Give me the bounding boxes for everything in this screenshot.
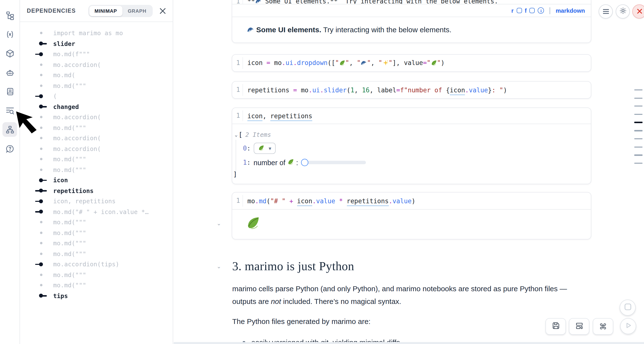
minimap-cell-row[interactable]: repetitions [20, 186, 173, 196]
minimap-cell-row[interactable]: mo.md(""" [20, 217, 173, 228]
minimap-cell-row[interactable]: slider [20, 38, 173, 49]
minimap-cell-row[interactable]: mo.md(f""" [20, 49, 173, 59]
tab-minimap[interactable]: MINIMAP [89, 6, 122, 16]
tab-graph[interactable]: GRAPH [122, 6, 152, 16]
cell-rail-dash[interactable] [634, 163, 642, 164]
cell-rail-dash[interactable] [634, 155, 642, 156]
slider-thumb[interactable] [301, 158, 308, 166]
sidebar-button-ai-assistant[interactable] [2, 65, 17, 80]
run-button[interactable] [620, 318, 636, 334]
sidebar-button-packages[interactable] [2, 46, 17, 61]
floppy-icon [552, 321, 560, 331]
notebook-menu-button[interactable] [599, 5, 613, 19]
layout-grid-icon [575, 321, 583, 331]
activity-sidebar [0, 0, 20, 344]
r-string-checkbox[interactable] [516, 8, 522, 13]
cell-rail-dash[interactable] [634, 146, 642, 147]
slider-track[interactable] [304, 161, 366, 164]
marimo-app: DEPENDENCIES MINIMAPGRAPH import marimo … [0, 0, 644, 344]
items-count-label: 2 Items [246, 131, 271, 138]
minimap-cell-row[interactable]: mo.md(""" [20, 269, 173, 280]
f-string-checkbox[interactable] [530, 8, 535, 13]
code-cell-md-expression[interactable]: 1 mo.md("# " + icon.value * repetitions.… [232, 192, 591, 239]
cell-dot-icon [35, 64, 47, 66]
sidebar-button-variables[interactable] [2, 27, 17, 42]
code-line[interactable]: mo.md("# " + icon.value * repetitions.va… [243, 197, 416, 205]
sidebar-button-logs[interactable] [2, 84, 17, 99]
minimap-cell-row[interactable]: icon, repetitions [20, 196, 173, 207]
sidebar-button-dependencies[interactable] [2, 122, 17, 137]
minimap-cell-row[interactable]: tips [20, 290, 173, 301]
snippets-search-icon [5, 106, 14, 115]
keyboard-shortcuts-button[interactable]: ⌘ [593, 318, 613, 335]
chevron-down-icon: ▼ [268, 146, 271, 151]
code-line[interactable]: icon, repetitions [243, 112, 312, 119]
minimap-cell-row[interactable]: mo.accordion(tips) [20, 259, 173, 269]
code-cell-slider-def[interactable]: 1 repetitions = mo.ui.slider(1, 16, labe… [232, 81, 591, 99]
code-line[interactable]: icon = mo.ui.dropdown([" ", " ", " "], v… [243, 59, 445, 67]
cell-rail-dash[interactable] [634, 114, 642, 115]
language-markdown-label[interactable]: markdown [556, 7, 585, 14]
collapse-chevron-icon[interactable]: ⌄ [216, 220, 221, 227]
cell-dot-icon [35, 74, 47, 76]
sidebar-button-snippets-search[interactable] [2, 103, 17, 118]
minimap-cell-row[interactable]: mo.md(""" [20, 248, 173, 259]
close-x-icon [636, 7, 642, 16]
code-cell-dropdown-def[interactable]: 1 icon = mo.ui.dropdown([" ", " ", " "],… [232, 54, 591, 72]
minimap-cell-row[interactable]: mo.md(""" [20, 154, 173, 164]
dependencies-panel-header: DEPENDENCIES MINIMAPGRAPH [20, 0, 173, 22]
cell-link-marker-icon [35, 199, 47, 203]
minimap-cell-label: icon, repetitions [53, 198, 116, 205]
sidebar-button-help[interactable] [2, 141, 17, 156]
minimap-cell-row[interactable]: mo.md("# " + icon.value *… [20, 207, 173, 217]
slider-widget[interactable] [301, 158, 366, 166]
minimap-cell-row[interactable]: mo.md(""" [20, 80, 173, 91]
dropdown-widget[interactable]: ▼ [254, 143, 276, 154]
minimap-graph-tabs: MINIMAPGRAPH [88, 5, 153, 17]
minimap-cell-row[interactable]: icon [20, 175, 173, 186]
cell-link-marker-icon [35, 178, 47, 182]
line-number: 1 [232, 57, 243, 69]
cell-rail-dash[interactable] [634, 97, 642, 99]
cell-link-marker-icon [35, 294, 47, 298]
minimap-cell-row[interactable]: mo.md(""" [20, 280, 173, 290]
minimap-cell-label: mo.md(""" [53, 250, 86, 258]
cell-position-rail[interactable] [634, 89, 642, 171]
cell-rail-dash[interactable] [634, 138, 642, 139]
hamburger-icon [602, 7, 609, 16]
cell-rail-dash[interactable] [634, 89, 642, 91]
minimap-cell-label: slider [53, 40, 75, 47]
clipped-code-editor[interactable]: 1 ** Some UI elements.** Try interacting… [232, 0, 591, 5]
stop-button[interactable] [620, 299, 636, 316]
minimap-cell-row[interactable]: mo.accordion( [20, 143, 173, 154]
code-line[interactable]: repetitions = mo.ui.slider(1, 16, label=… [243, 86, 507, 94]
code-line[interactable]: ** Some UI elements.** Try interacting w… [243, 0, 498, 5]
info-icon[interactable]: i [538, 7, 544, 14]
minimap-cell-row[interactable]: mo.md(""" [20, 228, 173, 238]
minimap-cell-row[interactable]: ( [20, 91, 173, 101]
markdown-cell-top[interactable]: 1 ** Some UI elements.** Try interacting… [232, 0, 591, 43]
save-button[interactable] [546, 318, 566, 335]
minimap-cell-row[interactable]: mo.md( [20, 70, 173, 80]
collapse-chevron-icon[interactable]: ⌄ [216, 263, 221, 270]
layout-button[interactable] [569, 318, 589, 335]
line-number: 1 [232, 84, 243, 96]
settings-button[interactable] [616, 5, 630, 19]
code-cell-tuple[interactable]: 1 icon, repetitions ⌄ [ 2 Items 0 : [232, 107, 591, 184]
cell-rail-dash[interactable] [634, 130, 642, 131]
leaf-emoji [430, 59, 437, 67]
tree-key: 1 [243, 159, 247, 166]
minimap-cell-label: mo.md(f""" [53, 51, 90, 58]
cell-rail-dash-active[interactable] [634, 122, 642, 123]
sidebar-button-file-explorer[interactable] [2, 8, 17, 23]
minimap-cell-row[interactable]: mo.md(""" [20, 164, 173, 175]
minimap-cell-row[interactable]: mo.accordion( [20, 59, 173, 70]
minimap-cell-row[interactable]: import marimo as mo [20, 28, 173, 38]
close-panel-button[interactable] [157, 5, 168, 16]
minimap-cell-row[interactable]: mo.md(""" [20, 238, 173, 248]
collapse-chevron-icon[interactable]: ⌄ [235, 132, 238, 137]
dependencies-icon [5, 125, 14, 134]
minimap-cell-label: mo.md(""" [53, 282, 86, 289]
cell-rail-dash[interactable] [634, 106, 642, 107]
line-number: 1 [232, 110, 243, 121]
